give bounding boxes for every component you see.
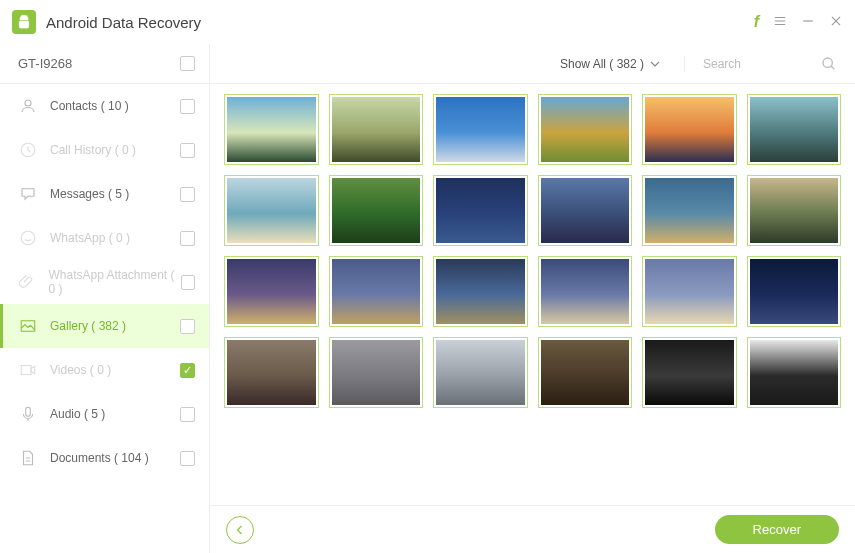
svg-rect-4	[21, 366, 31, 375]
nav-list: Contacts ( 10 )Call History ( 0 )Message…	[0, 84, 209, 553]
image-03	[436, 97, 525, 162]
thumbnail[interactable]	[747, 94, 842, 165]
sidebar-item-checkbox[interactable]	[180, 231, 195, 246]
thumbnail[interactable]	[433, 256, 528, 327]
sidebar-item-checkbox[interactable]	[180, 451, 195, 466]
main-panel: Show All ( 382 ) Recover	[210, 44, 855, 553]
svg-point-0	[25, 100, 31, 106]
sidebar-item-checkbox[interactable]	[180, 407, 195, 422]
thumbnail[interactable]	[224, 256, 319, 327]
android-icon	[16, 14, 32, 30]
search-input[interactable]	[703, 57, 813, 71]
thumbnail[interactable]	[642, 337, 737, 408]
menu-icon[interactable]	[773, 14, 787, 31]
minimize-button[interactable]	[801, 14, 815, 31]
thumbnail[interactable]	[433, 337, 528, 408]
image-08	[332, 178, 421, 243]
svg-rect-5	[26, 407, 31, 416]
call-history-icon	[18, 140, 38, 160]
sidebar-item-checkbox[interactable]	[180, 99, 195, 114]
thumbnail[interactable]	[642, 175, 737, 246]
thumbnail[interactable]	[538, 94, 633, 165]
image-14	[332, 259, 421, 324]
sidebar-item-label: Contacts ( 10 )	[50, 99, 129, 113]
recover-button[interactable]: Recover	[715, 515, 839, 544]
titlebar-controls: f	[754, 13, 843, 31]
thumbnail[interactable]	[329, 175, 424, 246]
image-11	[645, 178, 734, 243]
thumbnail[interactable]	[433, 175, 528, 246]
thumbnail[interactable]	[224, 94, 319, 165]
thumbnail[interactable]	[747, 337, 842, 408]
feedback-icon[interactable]: f	[754, 13, 759, 31]
gallery-icon	[18, 316, 38, 336]
thumbnail[interactable]	[747, 175, 842, 246]
app-title: Android Data Recovery	[46, 14, 201, 31]
nav-item-left: Messages ( 5 )	[18, 184, 129, 204]
sidebar-item-checkbox[interactable]	[180, 319, 195, 334]
sidebar-item-call-history[interactable]: Call History ( 0 )	[0, 128, 209, 172]
image-07	[227, 178, 316, 243]
contacts-icon	[18, 96, 38, 116]
sidebar-item-audio[interactable]: Audio ( 5 )	[0, 392, 209, 436]
image-10	[541, 178, 630, 243]
nav-item-left: WhatsApp ( 0 )	[18, 228, 130, 248]
svg-point-2	[21, 231, 35, 245]
grid-scroll[interactable]	[210, 84, 855, 505]
nav-item-left: Gallery ( 382 )	[18, 316, 126, 336]
thumbnail[interactable]	[642, 94, 737, 165]
nav-item-left: Documents ( 104 )	[18, 448, 149, 468]
nav-item-left: Contacts ( 10 )	[18, 96, 129, 116]
messages-icon	[18, 184, 38, 204]
sidebar-item-checkbox[interactable]	[180, 363, 195, 378]
filter-dropdown[interactable]: Show All ( 382 )	[560, 57, 660, 71]
image-06	[750, 97, 839, 162]
thumbnail[interactable]	[538, 256, 633, 327]
sidebar-item-label: Videos ( 0 )	[50, 363, 111, 377]
image-20	[332, 340, 421, 405]
thumbnail[interactable]	[329, 94, 424, 165]
thumbnail[interactable]	[329, 256, 424, 327]
content: GT-I9268 Contacts ( 10 )Call History ( 0…	[0, 44, 855, 553]
app-logo	[12, 10, 36, 34]
image-09	[436, 178, 525, 243]
image-16	[541, 259, 630, 324]
thumbnail[interactable]	[538, 337, 633, 408]
image-02	[332, 97, 421, 162]
search-box	[684, 56, 837, 72]
sidebar-item-messages[interactable]: Messages ( 5 )	[0, 172, 209, 216]
sidebar-item-whatsapp[interactable]: WhatsApp ( 0 )	[0, 216, 209, 260]
nav-item-left: Videos ( 0 )	[18, 360, 111, 380]
audio-icon	[18, 404, 38, 424]
close-button[interactable]	[829, 14, 843, 31]
thumbnail[interactable]	[538, 175, 633, 246]
back-button[interactable]	[226, 516, 254, 544]
sidebar-item-videos[interactable]: Videos ( 0 )	[0, 348, 209, 392]
footer: Recover	[210, 505, 855, 553]
sidebar-item-contacts[interactable]: Contacts ( 10 )	[0, 84, 209, 128]
sidebar-item-documents[interactable]: Documents ( 104 )	[0, 436, 209, 480]
sidebar-item-attachment[interactable]: WhatsApp Attachment ( 0 )	[0, 260, 209, 304]
sidebar-item-checkbox[interactable]	[181, 275, 195, 290]
thumbnail[interactable]	[224, 175, 319, 246]
thumbnail[interactable]	[329, 337, 424, 408]
sidebar-item-gallery[interactable]: Gallery ( 382 )	[0, 304, 209, 348]
toolbar: Show All ( 382 )	[210, 44, 855, 84]
device-checkbox[interactable]	[180, 56, 195, 71]
sidebar-item-checkbox[interactable]	[180, 187, 195, 202]
nav-item-left: WhatsApp Attachment ( 0 )	[18, 268, 181, 296]
image-19	[227, 340, 316, 405]
image-21	[436, 340, 525, 405]
nav-item-left: Audio ( 5 )	[18, 404, 105, 424]
thumbnail[interactable]	[642, 256, 737, 327]
image-22	[541, 340, 630, 405]
thumbnail[interactable]	[224, 337, 319, 408]
sidebar: GT-I9268 Contacts ( 10 )Call History ( 0…	[0, 44, 210, 553]
nav-item-left: Call History ( 0 )	[18, 140, 136, 160]
sidebar-item-label: Documents ( 104 )	[50, 451, 149, 465]
sidebar-item-checkbox[interactable]	[180, 143, 195, 158]
thumbnail[interactable]	[433, 94, 528, 165]
thumbnail[interactable]	[747, 256, 842, 327]
device-row[interactable]: GT-I9268	[0, 44, 209, 84]
image-04	[541, 97, 630, 162]
